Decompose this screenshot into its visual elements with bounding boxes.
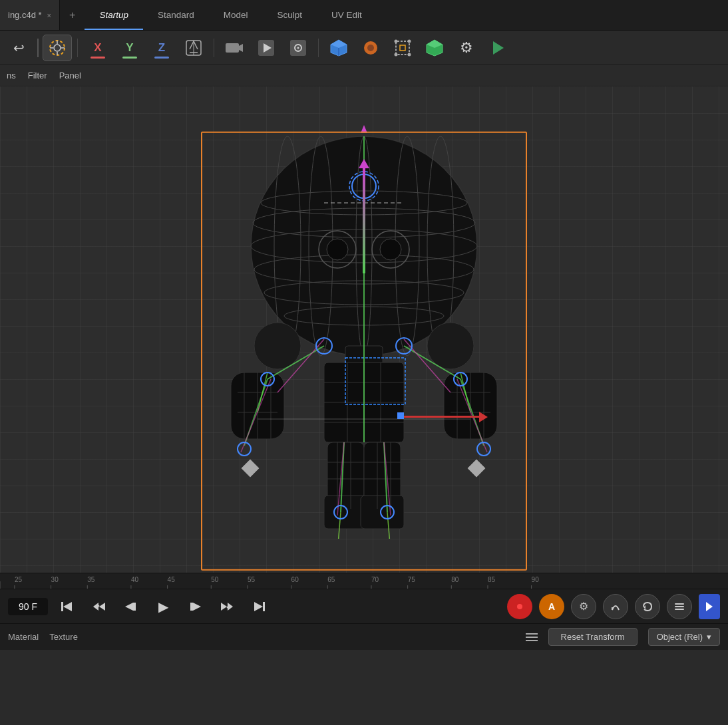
svg-point-56 — [427, 323, 474, 369]
svg-point-25 — [395, 53, 398, 56]
svg-marker-138 — [221, 603, 227, 611]
tab-bar: ing.c4d * × + Startup Standard Model Scu… — [0, 0, 728, 31]
svg-point-45 — [380, 239, 401, 260]
next-keyframe-button[interactable] — [214, 594, 240, 619]
undo-button[interactable]: ↩ — [4, 35, 33, 61]
camera-button[interactable] — [220, 35, 249, 61]
axis-y-button[interactable]: Y — [115, 35, 144, 61]
svg-rect-137 — [190, 603, 193, 611]
render-play-button[interactable] — [252, 35, 281, 61]
y-label: Y — [126, 41, 133, 55]
hamburger-menu-button[interactable] — [526, 633, 538, 641]
svg-marker-10 — [239, 44, 243, 52]
timeline-settings-button[interactable]: ⚙ — [571, 594, 596, 619]
svg-rect-147 — [675, 603, 684, 605]
gizmo-x-axis — [401, 416, 480, 418]
robot-model — [191, 86, 537, 539]
gizmo-center — [397, 412, 404, 419]
svg-marker-142 — [254, 602, 263, 611]
svg-rect-112 — [242, 460, 258, 476]
material-label[interactable]: Material — [8, 632, 39, 642]
object-tool-button[interactable] — [420, 35, 449, 61]
object-rel-dropdown[interactable]: Object (Rel) ▾ — [648, 628, 720, 646]
svg-point-55 — [254, 323, 301, 369]
svg-marker-136 — [193, 603, 201, 611]
motion-button[interactable] — [603, 594, 628, 619]
auto-key-button[interactable]: A — [539, 594, 564, 619]
svg-rect-141 — [263, 602, 265, 611]
go-to-end-button[interactable] — [246, 594, 272, 619]
gear-tool-button[interactable]: ⚙ — [452, 35, 481, 61]
tab-standard[interactable]: Standard — [143, 0, 209, 30]
horizontal-ruler: 25 30 35 40 45 50 55 60 65 70 75 80 85 9… — [0, 573, 728, 589]
record-button[interactable] — [507, 594, 532, 619]
axis-z-button[interactable]: Z — [147, 35, 176, 61]
z-label: Z — [158, 41, 165, 55]
svg-rect-21 — [396, 41, 409, 55]
texture-label[interactable]: Texture — [49, 632, 78, 642]
tab-uv-edit[interactable]: UV Edit — [317, 0, 377, 30]
svg-rect-129 — [61, 602, 63, 611]
gizmo-x-tip — [479, 412, 488, 422]
gizmo-y-tip — [359, 159, 369, 168]
svg-rect-9 — [226, 43, 239, 53]
more-tools-button[interactable] — [484, 35, 513, 61]
tab-model[interactable]: Model — [209, 0, 263, 30]
svg-marker-140 — [228, 603, 233, 611]
svg-point-24 — [408, 39, 411, 43]
svg-rect-135 — [133, 603, 136, 611]
render-settings-button[interactable] — [283, 35, 313, 61]
file-tab-label: ing.c4d * — [8, 10, 42, 20]
svg-rect-149 — [675, 609, 684, 610]
svg-marker-133 — [93, 603, 98, 611]
svg-rect-22 — [400, 45, 405, 51]
prev-keyframe-button[interactable] — [87, 594, 112, 619]
svg-marker-131 — [99, 603, 105, 611]
tab-sculpt[interactable]: Sculpt — [262, 0, 317, 30]
go-to-start-button[interactable] — [55, 594, 80, 619]
status-bar: Material Texture Reset Transform Object … — [0, 623, 728, 650]
sub-menu-filter[interactable]: Filter — [28, 71, 47, 80]
sub-menu-ns[interactable]: ns — [7, 71, 16, 80]
svg-marker-82 — [361, 125, 367, 133]
transform-tool-button[interactable] — [388, 35, 417, 61]
play-button[interactable]: ▶ — [150, 594, 176, 619]
svg-marker-150 — [706, 602, 713, 611]
svg-point-20 — [367, 45, 374, 51]
svg-marker-130 — [63, 602, 72, 611]
paint-tool-button[interactable] — [356, 35, 385, 61]
loop-button[interactable] — [635, 594, 660, 619]
ruler-ticks — [0, 581, 728, 589]
svg-rect-76 — [361, 496, 404, 529]
tab-startup[interactable]: Startup — [85, 0, 143, 30]
viewport[interactable]: Grid Sp 25 30 35 40 45 50 55 60 65 70 75… — [0, 86, 728, 589]
svg-point-44 — [327, 239, 348, 260]
add-tab-button[interactable]: + — [60, 0, 85, 30]
svg-point-144 — [517, 604, 522, 609]
cube-tool-button[interactable] — [324, 35, 353, 61]
x-label: X — [94, 41, 101, 55]
svg-rect-113 — [468, 460, 484, 476]
dropdown-icon: ▾ — [707, 632, 711, 642]
world-axis-button[interactable] — [179, 35, 208, 61]
layout-tabs: Startup Standard Model Sculpt UV Edit — [85, 0, 728, 30]
close-tab-button[interactable]: × — [47, 11, 51, 19]
prev-frame-button[interactable] — [118, 594, 144, 619]
axis-x-button[interactable]: X — [83, 35, 112, 61]
svg-marker-29 — [493, 41, 504, 55]
timeline: 90 F ▶ — [0, 589, 728, 623]
svg-point-26 — [408, 53, 411, 56]
svg-point-1 — [54, 45, 61, 51]
select-tool-button[interactable] — [43, 35, 72, 61]
svg-point-23 — [395, 39, 398, 43]
sub-menu-panel[interactable]: Panel — [59, 71, 81, 80]
toolbar: ↩ X Y Z — [0, 31, 728, 65]
timeline-arrow-button[interactable] — [699, 594, 720, 619]
next-frame-button[interactable] — [182, 594, 208, 619]
svg-point-15 — [297, 47, 299, 49]
frame-counter[interactable]: 90 F — [8, 598, 48, 615]
file-tab[interactable]: ing.c4d * × — [0, 0, 60, 30]
layers-button[interactable] — [667, 594, 692, 619]
svg-marker-134 — [125, 603, 133, 611]
reset-transform-button[interactable]: Reset Transform — [548, 628, 637, 646]
